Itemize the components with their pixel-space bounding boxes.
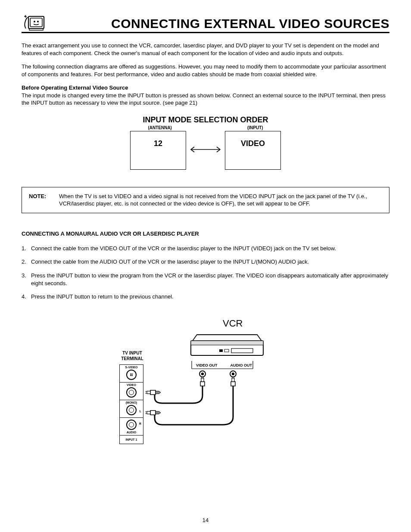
double-arrow-icon <box>188 146 223 155</box>
cables-icon <box>119 318 292 482</box>
svg-rect-4 <box>29 28 43 30</box>
connection-diagram: VCR TV INPUT TERMINAL S-VIDEO VIDEO (MON… <box>119 318 292 482</box>
input-mode-section: INPUT MODE SELECTION ORDER (ANTENNA) (IN… <box>22 115 389 170</box>
input-mode-boxes: 12 VIDEO <box>22 131 389 170</box>
antenna-box: 12 <box>130 131 186 170</box>
before-operating-block: Before Operating External Video Source T… <box>22 84 389 107</box>
note-label: NOTE: <box>29 193 59 208</box>
before-heading: Before Operating External Video Source <box>22 84 128 91</box>
svg-rect-16 <box>231 382 235 386</box>
svg-point-3 <box>37 21 39 22</box>
page-header: CONNECTING EXTERNAL VIDEO SOURCES <box>22 13 389 33</box>
page-number: 14 <box>202 517 209 523</box>
svg-rect-20 <box>150 390 156 395</box>
video-box: VIDEO <box>225 131 281 170</box>
intro-paragraph-2: The following connection diagrams are of… <box>22 63 389 78</box>
note-box: NOTE: When the TV is set to VIDEO and a … <box>22 187 389 213</box>
note-text: When the TV is set to VIDEO and a video … <box>59 193 382 208</box>
svg-rect-17 <box>232 378 234 382</box>
page-title: CONNECTING EXTERNAL VIDEO SOURCES <box>111 16 389 31</box>
antenna-label: (ANTENNA) <box>148 125 172 130</box>
step-4: 4.Press the INPUT button to return to th… <box>22 293 389 301</box>
input-label: (INPUT) <box>247 125 263 130</box>
before-text: The input mode is changed every time the… <box>22 92 386 106</box>
input-mode-title: INPUT MODE SELECTION ORDER <box>22 115 389 124</box>
svg-rect-12 <box>200 382 205 386</box>
svg-rect-21 <box>147 391 150 394</box>
svg-rect-25 <box>147 411 150 414</box>
steps-list: 1.Connect the cable from the VIDEO OUT o… <box>22 245 389 301</box>
svg-rect-24 <box>150 411 156 415</box>
step-2: 2.Connect the cable from the AUDIO OUT o… <box>22 258 389 266</box>
intro-paragraph-1: The exact arrangement you use to connect… <box>22 42 389 57</box>
svg-point-2 <box>34 21 35 22</box>
svg-rect-13 <box>201 378 204 382</box>
input-mode-sublabels: (ANTENNA) (INPUT) <box>22 125 389 130</box>
step-3: 3.Press the INPUT button to view the pro… <box>22 272 389 287</box>
tv-cartoon-icon <box>22 13 46 31</box>
monaural-heading: CONNECTING A MONAURAL AUDIO VCR OR LASER… <box>22 230 389 237</box>
svg-rect-1 <box>30 18 42 27</box>
step-1: 1.Connect the cable from the VIDEO OUT o… <box>22 245 389 252</box>
